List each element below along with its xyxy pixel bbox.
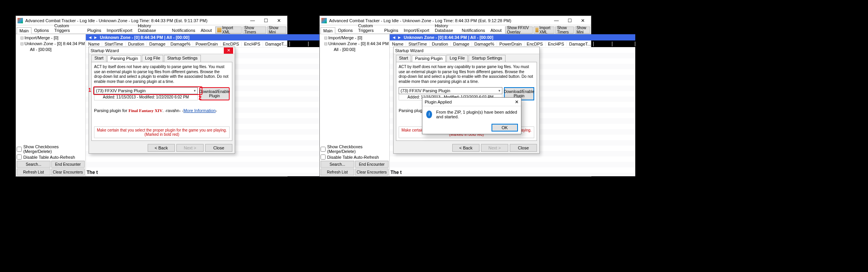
close-button[interactable]: ✕: [272, 16, 286, 25]
disable-refresh-toggle[interactable]: [17, 154, 22, 160]
tab-about[interactable]: About: [198, 27, 215, 33]
tab-plugins[interactable]: Plugins: [85, 27, 104, 33]
tree-node-zone: ⊟Unknown Zone - [0] 8:44:34 PM: [17, 41, 85, 47]
show-mini-button[interactable]: Show Mini: [267, 26, 286, 33]
col-enchps[interactable]: EncHPS: [546, 42, 567, 46]
col-encdps[interactable]: EncDPS: [525, 42, 546, 46]
disable-refresh-toggle[interactable]: [321, 154, 326, 160]
minimize-button[interactable]: —: [246, 16, 259, 25]
tab-options[interactable]: Options: [31, 27, 52, 33]
wizard-tab-logfile[interactable]: Log File: [446, 55, 468, 62]
plugin-select[interactable]: (73) FFXIV Parsing Plugin ▾: [399, 87, 502, 94]
close-button[interactable]: ✕: [576, 16, 589, 25]
maximize-button[interactable]: ☐: [259, 16, 272, 25]
refresh-list-button[interactable]: Refresh List: [321, 168, 354, 175]
tab-history-db[interactable]: History Database: [432, 22, 459, 33]
show-checkboxes-toggle[interactable]: [321, 147, 326, 152]
wizard-close-button[interactable]: ✕: [224, 47, 233, 54]
more-info-link[interactable]: More Information: [183, 108, 216, 113]
col-starttime[interactable]: StartTime: [102, 42, 125, 46]
clear-encounters-button[interactable]: Clear Encounters: [355, 168, 389, 175]
show-mini-button[interactable]: Show Mini: [575, 26, 590, 33]
show-checkboxes-label: Show Checkboxes (Merge/Delete): [23, 144, 85, 154]
col-crittypes[interactable]: CritTypes: [612, 42, 635, 46]
chevron-down-icon: ▾: [194, 89, 196, 93]
tab-notifications[interactable]: Notifications: [459, 27, 488, 33]
wizard-next-button[interactable]: Next >: [176, 144, 204, 152]
col-duration[interactable]: Duration: [430, 42, 451, 46]
plugin-meta: Added: 11/15/2013 - Modified: 1/22/2020 …: [94, 94, 198, 100]
wizard-close-nav-button[interactable]: Close: [510, 144, 537, 152]
col-encdps[interactable]: EncDPS: [221, 42, 242, 46]
col-damage[interactable]: Damage: [451, 42, 472, 46]
col-name[interactable]: Name: [390, 42, 406, 46]
plugin-select-value: (73) FFXIV Parsing Plugin: [96, 88, 146, 93]
wizard-next-button[interactable]: Next >: [481, 144, 508, 152]
applied-close-icon[interactable]: ✕: [515, 99, 519, 105]
end-encounter-button[interactable]: End Encounter: [355, 161, 389, 168]
tab-notifications[interactable]: Notifications: [169, 27, 198, 33]
clear-encounters-button[interactable]: Clear Encounters: [51, 168, 85, 175]
tab-about[interactable]: About: [488, 27, 504, 33]
show-timers-button[interactable]: Show Timers: [555, 26, 574, 33]
encounter-tree[interactable]: ⊟Import/Merge - [0] ⊟Unknown Zone - [0] …: [16, 34, 85, 143]
col-deaths[interactable]: Deaths: [594, 42, 612, 46]
disable-refresh-label: Disable Table Auto-Refresh: [23, 155, 75, 160]
refresh-list-button[interactable]: Refresh List: [17, 168, 51, 175]
wizard-tab-start[interactable]: Start: [396, 55, 411, 62]
wizard-tab-parsing[interactable]: Parsing Plugin: [107, 55, 141, 62]
col-starttime[interactable]: StartTime: [406, 42, 429, 46]
footer-placeholder: The t: [390, 168, 402, 176]
show-timers-button[interactable]: Show Timers: [242, 26, 266, 33]
download-enable-button[interactable]: Download/Enable Plugin: [199, 87, 230, 100]
col-name[interactable]: Name: [86, 42, 102, 46]
col-enchps[interactable]: EncHPS: [242, 42, 263, 46]
end-encounter-button[interactable]: End Encounter: [51, 161, 85, 168]
wizard-tab-startup[interactable]: Startup Settings: [164, 55, 200, 62]
wizard-title: Startup Wizard: [395, 48, 538, 53]
tab-import-export[interactable]: Import/Export: [401, 27, 432, 33]
tab-main[interactable]: Main: [321, 27, 335, 34]
wizard-titlebar: Startup Wizard ✕: [89, 47, 235, 54]
col-powerdrain[interactable]: PowerDrain: [193, 42, 220, 46]
search-button[interactable]: Search...: [321, 161, 354, 168]
show-overlay-button[interactable]: Show FFXIV Overlay: [505, 26, 533, 33]
tab-custom-triggers[interactable]: Custom Triggers: [52, 22, 85, 33]
wizard-back-button[interactable]: < Back: [148, 144, 175, 152]
tab-plugins[interactable]: Plugins: [382, 27, 401, 33]
col-damage-pct[interactable]: Damage%: [168, 42, 193, 46]
col-damaget[interactable]: DamageT...: [567, 42, 594, 46]
zone-next-icon[interactable]: ►: [93, 35, 98, 40]
col-duration[interactable]: Duration: [126, 42, 147, 46]
zone-bar: ◄ ► Unknown Zone - [0] 8:44:34 PM | All …: [86, 34, 331, 40]
tab-import-export[interactable]: Import/Export: [104, 27, 135, 33]
tab-custom-triggers[interactable]: Custom Triggers: [356, 22, 382, 33]
col-deaths[interactable]: Deaths: [290, 42, 309, 46]
search-button[interactable]: Search...: [17, 161, 51, 168]
show-checkboxes-toggle[interactable]: [17, 147, 22, 152]
tab-options[interactable]: Options: [335, 27, 356, 33]
import-xml-button[interactable]: Import XML: [215, 26, 242, 33]
zone-prev-icon[interactable]: ◄: [87, 35, 93, 40]
encounter-tree[interactable]: ⊟Import/Merge - [0] ⊟Unknown Zone - [0] …: [320, 34, 389, 143]
tab-main[interactable]: Main: [17, 27, 31, 34]
col-powerdrain[interactable]: PowerDrain: [497, 42, 524, 46]
applied-ok-button[interactable]: OK: [492, 124, 518, 132]
zone-next-icon[interactable]: ►: [397, 35, 402, 40]
tab-history-db[interactable]: History Database: [135, 22, 169, 33]
maximize-button[interactable]: ☐: [563, 16, 576, 25]
col-damage-pct[interactable]: Damage%: [472, 42, 497, 46]
col-damaget[interactable]: DamageT...: [263, 42, 290, 46]
plugin-select[interactable]: (73) FFXIV Parsing Plugin ▾: [94, 87, 198, 94]
col-damage[interactable]: Damage: [147, 42, 168, 46]
tree-node-all: All - [00:00]: [321, 47, 389, 52]
import-xml-button[interactable]: Import XML: [533, 26, 554, 33]
wizard-tab-parsing[interactable]: Parsing Plugin: [412, 55, 446, 62]
wizard-tab-startup[interactable]: Startup Settings: [469, 55, 505, 62]
minimize-button[interactable]: —: [550, 16, 563, 25]
zone-prev-icon[interactable]: ◄: [391, 35, 397, 40]
wizard-back-button[interactable]: < Back: [452, 144, 479, 152]
wizard-tab-logfile[interactable]: Log File: [142, 55, 163, 62]
wizard-close-nav-button[interactable]: Close: [205, 144, 232, 152]
wizard-tab-start[interactable]: Start: [91, 55, 106, 62]
